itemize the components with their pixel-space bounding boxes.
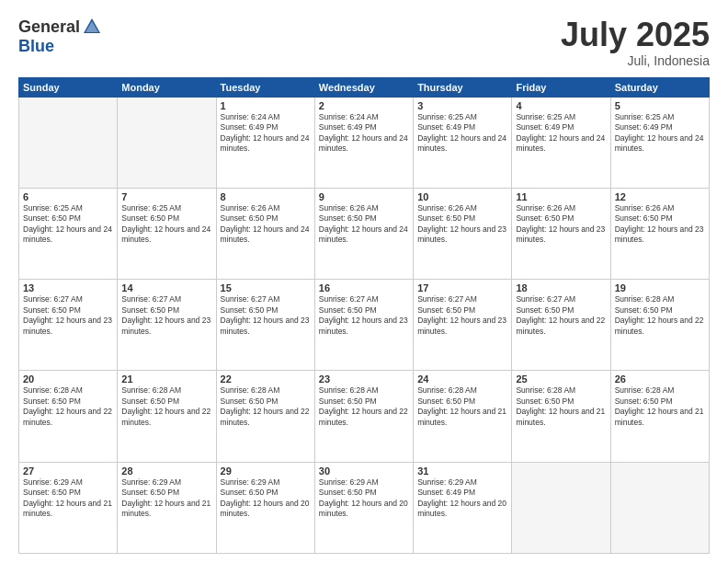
day-info: Sunrise: 6:26 AMSunset: 6:50 PMDaylight:… xyxy=(516,203,605,244)
table-row: 11Sunrise: 6:26 AMSunset: 6:50 PMDayligh… xyxy=(512,188,610,279)
location-subtitle: Juli, Indonesia xyxy=(561,53,710,68)
day-number: 2 xyxy=(319,100,409,111)
day-info: Sunrise: 6:28 AMSunset: 6:50 PMDaylight:… xyxy=(516,385,605,426)
day-number: 11 xyxy=(516,191,606,202)
day-number: 21 xyxy=(121,373,211,385)
day-info: Sunrise: 6:25 AMSunset: 6:49 PMDaylight:… xyxy=(417,112,506,153)
logo-general-text: General xyxy=(18,17,80,37)
day-number: 12 xyxy=(615,191,705,202)
day-info: Sunrise: 6:28 AMSunset: 6:50 PMDaylight:… xyxy=(23,385,112,426)
day-number: 13 xyxy=(23,282,113,293)
calendar-week-row: 20Sunrise: 6:28 AMSunset: 6:50 PMDayligh… xyxy=(19,371,710,462)
logo: General Blue xyxy=(18,17,102,56)
table-row: 17Sunrise: 6:27 AMSunset: 6:50 PMDayligh… xyxy=(414,280,512,371)
table-row: 16Sunrise: 6:27 AMSunset: 6:50 PMDayligh… xyxy=(314,280,413,371)
day-info: Sunrise: 6:27 AMSunset: 6:50 PMDaylight:… xyxy=(121,294,210,335)
day-info: Sunrise: 6:25 AMSunset: 6:49 PMDaylight:… xyxy=(615,112,704,153)
table-row: 28Sunrise: 6:29 AMSunset: 6:50 PMDayligh… xyxy=(118,462,216,553)
day-info: Sunrise: 6:25 AMSunset: 6:50 PMDaylight:… xyxy=(23,203,112,244)
page: General Blue July 2025 Juli, Indonesia S… xyxy=(0,0,728,563)
calendar-week-row: 13Sunrise: 6:27 AMSunset: 6:50 PMDayligh… xyxy=(19,280,710,371)
table-row: 27Sunrise: 6:29 AMSunset: 6:50 PMDayligh… xyxy=(19,462,118,553)
day-number: 1 xyxy=(221,100,311,111)
col-tuesday: Tuesday xyxy=(216,77,314,97)
table-row: 14Sunrise: 6:27 AMSunset: 6:50 PMDayligh… xyxy=(118,280,216,371)
day-number: 19 xyxy=(615,282,705,293)
day-info: Sunrise: 6:27 AMSunset: 6:50 PMDaylight:… xyxy=(23,294,112,335)
table-row: 31Sunrise: 6:29 AMSunset: 6:49 PMDayligh… xyxy=(414,462,512,553)
table-row: 30Sunrise: 6:29 AMSunset: 6:50 PMDayligh… xyxy=(314,462,413,553)
day-info: Sunrise: 6:27 AMSunset: 6:50 PMDaylight:… xyxy=(417,294,506,335)
day-number: 28 xyxy=(121,465,211,477)
day-info: Sunrise: 6:28 AMSunset: 6:50 PMDaylight:… xyxy=(417,385,506,426)
table-row: 25Sunrise: 6:28 AMSunset: 6:50 PMDayligh… xyxy=(512,371,610,462)
table-row: 21Sunrise: 6:28 AMSunset: 6:50 PMDayligh… xyxy=(118,371,216,462)
table-row: 5Sunrise: 6:25 AMSunset: 6:49 PMDaylight… xyxy=(610,97,709,188)
table-row: 4Sunrise: 6:25 AMSunset: 6:49 PMDaylight… xyxy=(512,97,610,188)
table-row: 26Sunrise: 6:28 AMSunset: 6:50 PMDayligh… xyxy=(610,371,709,462)
table-row: 12Sunrise: 6:26 AMSunset: 6:50 PMDayligh… xyxy=(610,188,709,279)
day-number: 16 xyxy=(319,282,409,293)
table-row: 10Sunrise: 6:26 AMSunset: 6:50 PMDayligh… xyxy=(414,188,512,279)
table-row xyxy=(19,97,118,188)
calendar-header-row: Sunday Monday Tuesday Wednesday Thursday… xyxy=(19,77,710,97)
day-info: Sunrise: 6:28 AMSunset: 6:50 PMDaylight:… xyxy=(615,385,704,426)
calendar-week-row: 27Sunrise: 6:29 AMSunset: 6:50 PMDayligh… xyxy=(19,462,710,553)
col-friday: Friday xyxy=(512,77,610,97)
day-number: 25 xyxy=(516,373,606,385)
calendar-week-row: 6Sunrise: 6:25 AMSunset: 6:50 PMDaylight… xyxy=(19,188,710,279)
table-row: 6Sunrise: 6:25 AMSunset: 6:50 PMDaylight… xyxy=(19,188,118,279)
col-thursday: Thursday xyxy=(414,77,512,97)
day-info: Sunrise: 6:28 AMSunset: 6:50 PMDaylight:… xyxy=(221,385,310,426)
table-row: 20Sunrise: 6:28 AMSunset: 6:50 PMDayligh… xyxy=(19,371,118,462)
table-row: 24Sunrise: 6:28 AMSunset: 6:50 PMDayligh… xyxy=(414,371,512,462)
day-info: Sunrise: 6:28 AMSunset: 6:50 PMDaylight:… xyxy=(615,294,704,335)
day-number: 10 xyxy=(417,191,507,202)
table-row xyxy=(610,462,709,553)
table-row: 23Sunrise: 6:28 AMSunset: 6:50 PMDayligh… xyxy=(314,371,413,462)
table-row: 1Sunrise: 6:24 AMSunset: 6:49 PMDaylight… xyxy=(216,97,314,188)
col-monday: Monday xyxy=(118,77,216,97)
table-row: 18Sunrise: 6:27 AMSunset: 6:50 PMDayligh… xyxy=(512,280,610,371)
day-info: Sunrise: 6:24 AMSunset: 6:49 PMDaylight:… xyxy=(319,112,408,153)
table-row xyxy=(512,462,610,553)
day-number: 5 xyxy=(615,100,705,111)
day-info: Sunrise: 6:27 AMSunset: 6:50 PMDaylight:… xyxy=(319,294,408,335)
table-row: 7Sunrise: 6:25 AMSunset: 6:50 PMDaylight… xyxy=(118,188,216,279)
day-info: Sunrise: 6:29 AMSunset: 6:50 PMDaylight:… xyxy=(319,477,408,518)
day-info: Sunrise: 6:24 AMSunset: 6:49 PMDaylight:… xyxy=(221,112,310,153)
table-row: 2Sunrise: 6:24 AMSunset: 6:49 PMDaylight… xyxy=(314,97,413,188)
calendar-table: Sunday Monday Tuesday Wednesday Thursday… xyxy=(18,77,710,554)
calendar-week-row: 1Sunrise: 6:24 AMSunset: 6:49 PMDaylight… xyxy=(19,97,710,188)
day-number: 4 xyxy=(516,100,606,111)
table-row: 3Sunrise: 6:25 AMSunset: 6:49 PMDaylight… xyxy=(414,97,512,188)
day-info: Sunrise: 6:26 AMSunset: 6:50 PMDaylight:… xyxy=(319,203,408,244)
day-number: 24 xyxy=(417,373,507,385)
col-wednesday: Wednesday xyxy=(314,77,413,97)
day-number: 3 xyxy=(417,100,507,111)
day-number: 22 xyxy=(221,373,311,385)
day-info: Sunrise: 6:29 AMSunset: 6:50 PMDaylight:… xyxy=(23,477,112,518)
table-row: 22Sunrise: 6:28 AMSunset: 6:50 PMDayligh… xyxy=(216,371,314,462)
day-info: Sunrise: 6:26 AMSunset: 6:50 PMDaylight:… xyxy=(417,203,506,244)
day-number: 9 xyxy=(319,191,409,202)
day-info: Sunrise: 6:28 AMSunset: 6:50 PMDaylight:… xyxy=(319,385,408,426)
table-row: 8Sunrise: 6:26 AMSunset: 6:50 PMDaylight… xyxy=(216,188,314,279)
logo-icon xyxy=(82,17,102,37)
table-row xyxy=(118,97,216,188)
day-info: Sunrise: 6:27 AMSunset: 6:50 PMDaylight:… xyxy=(516,294,605,335)
day-number: 6 xyxy=(23,191,113,202)
logo-blue-text: Blue xyxy=(18,37,54,55)
day-number: 18 xyxy=(516,282,606,293)
day-number: 27 xyxy=(23,465,113,477)
day-info: Sunrise: 6:28 AMSunset: 6:50 PMDaylight:… xyxy=(121,385,210,426)
day-number: 23 xyxy=(319,373,409,385)
table-row: 19Sunrise: 6:28 AMSunset: 6:50 PMDayligh… xyxy=(610,280,709,371)
day-number: 26 xyxy=(615,373,705,385)
table-row: 13Sunrise: 6:27 AMSunset: 6:50 PMDayligh… xyxy=(19,280,118,371)
day-number: 7 xyxy=(121,191,211,202)
day-number: 31 xyxy=(417,465,507,477)
day-number: 17 xyxy=(417,282,507,293)
table-row: 29Sunrise: 6:29 AMSunset: 6:50 PMDayligh… xyxy=(216,462,314,553)
day-number: 15 xyxy=(221,282,311,293)
